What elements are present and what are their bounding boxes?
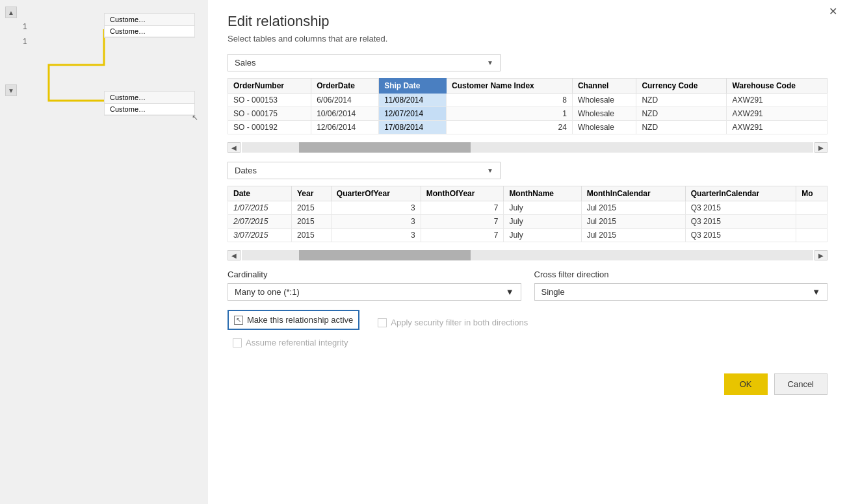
connector-lines: 1 1 ↖ — [0, 0, 208, 504]
cell-monthincalendar: Jul 2015 — [581, 201, 685, 215]
referential-integrity-wrapper: Assume referential integrity — [233, 338, 348, 347]
cell-quarterincalendar: Q3 2015 — [685, 201, 796, 215]
table-row: SO - 000175 10/06/2014 12/07/2014 1 Whol… — [228, 107, 827, 121]
cell-year: 2015 — [292, 201, 332, 215]
table1-data: OrderNumber OrderDate Ship Date Customer… — [228, 78, 827, 134]
cell-warehousecode: AXW291 — [727, 94, 827, 107]
cardinality-dropdown[interactable]: Many to one (*:1) ▼ — [228, 283, 521, 301]
table2-scroll-thumb — [299, 250, 471, 260]
col-customernameindex[interactable]: Customer Name Index — [447, 79, 573, 94]
table2-wrapper: Date Year QuarterOfYear MonthOfYear Mont… — [228, 186, 827, 250]
ok-button[interactable]: OK — [724, 373, 768, 395]
apply-security-filter-checkbox[interactable] — [378, 318, 387, 327]
cell-quarterofyear: 3 — [331, 229, 421, 242]
col-channel[interactable]: Channel — [572, 79, 636, 94]
referential-integrity-label: Assume referential integrity — [246, 338, 348, 347]
table2-scroll-track[interactable] — [242, 250, 813, 260]
make-active-checkbox[interactable]: ↖ — [234, 316, 243, 325]
cross-filter-dropdown[interactable]: Single ▼ — [534, 283, 828, 301]
col-warehousecode[interactable]: Warehouse Code — [727, 79, 827, 94]
cell-monthofyear: 7 — [421, 215, 504, 229]
table2-scroll-right[interactable]: ▶ — [814, 250, 827, 260]
table1-dropdown-value: Sales — [235, 58, 256, 68]
cell-channel: Wholesale — [572, 107, 636, 121]
cell-mo — [796, 229, 827, 242]
apply-security-filter-wrapper: Apply security filter in both directions — [378, 318, 528, 327]
cursor-icon: ↖ — [236, 316, 241, 323]
table-card-2: Custome… Custome… — [104, 91, 195, 116]
table1-scroll-thumb — [299, 142, 471, 153]
diagram-area: ▲ ▼ 1 1 ↖ Custome… Custome… Custome… Cus… — [0, 0, 208, 504]
col-orderdate[interactable]: OrderDate — [311, 79, 379, 94]
col-date[interactable]: Date — [228, 186, 292, 201]
col-year[interactable]: Year — [292, 186, 332, 201]
cell-quarterincalendar: Q3 2015 — [685, 215, 796, 229]
col-quarterincalendar[interactable]: QuarterInCalendar — [685, 186, 796, 201]
col-quarterofyear[interactable]: QuarterOfYear — [331, 186, 421, 201]
col-monthname[interactable]: MonthName — [504, 186, 581, 201]
table2-dropdown-container: Dates ▼ — [228, 162, 827, 179]
table1-wrapper: OrderNumber OrderDate Ship Date Customer… — [228, 78, 827, 142]
close-button[interactable]: ✕ — [829, 6, 837, 17]
cell-year: 2015 — [292, 229, 332, 242]
col-monthincalendar[interactable]: MonthInCalendar — [581, 186, 685, 201]
table1-scroll-track[interactable] — [242, 142, 813, 153]
cell-mo — [796, 201, 827, 215]
cell-monthname: July — [504, 201, 581, 215]
table-card-2-header: Custome… — [105, 92, 194, 104]
table1-scroll-left[interactable]: ◀ — [228, 142, 241, 153]
table1-dropdown[interactable]: Sales ▼ — [228, 54, 501, 71]
table1-scroll-right[interactable]: ▶ — [814, 142, 827, 153]
table1-header-row: OrderNumber OrderDate Ship Date Customer… — [228, 79, 827, 94]
cell-warehousecode: AXW291 — [727, 107, 827, 121]
table1-dropdown-container: Sales ▼ — [228, 54, 827, 71]
make-active-label: Make this relationship active — [247, 315, 353, 325]
cell-date: 3/07/2015 — [228, 229, 292, 242]
table2-data: Date Year QuarterOfYear MonthOfYear Mont… — [228, 186, 827, 242]
right-checkboxes: Apply security filter in both directions — [372, 310, 533, 355]
dialog-title: Edit relationship — [228, 13, 827, 30]
table1-scrollbar[interactable]: ◀ ▶ — [228, 142, 827, 153]
col-currencycode[interactable]: Currency Code — [636, 79, 727, 94]
svg-text:1: 1 — [23, 22, 27, 31]
left-checkboxes: ↖ Make this relationship active Assume r… — [228, 310, 359, 355]
cell-orderdate: 6/06/2014 — [311, 94, 379, 107]
cross-filter-chevron: ▼ — [812, 287, 820, 297]
table2-scroll-left[interactable]: ◀ — [228, 250, 241, 260]
cell-monthname: July — [504, 229, 581, 242]
cardinality-value: Many to one (*:1) — [235, 287, 300, 297]
cardinality-chevron: ▼ — [506, 287, 514, 297]
table-row: 2/07/2015 2015 3 7 July Jul 2015 Q3 2015 — [228, 215, 827, 229]
cell-channel: Wholesale — [572, 94, 636, 107]
col-ordernumber[interactable]: OrderNumber — [228, 79, 311, 94]
cross-filter-group: Cross filter direction Single ▼ — [534, 270, 828, 301]
scroll-up-btn[interactable]: ▲ — [5, 6, 17, 18]
table2-dropdown[interactable]: Dates ▼ — [228, 162, 501, 179]
table2-scrollbar[interactable]: ◀ ▶ — [228, 250, 827, 260]
table-row: SO - 000192 12/06/2014 17/08/2014 24 Who… — [228, 121, 827, 134]
cell-monthincalendar: Jul 2015 — [581, 229, 685, 242]
cancel-button[interactable]: Cancel — [774, 373, 827, 395]
cell-date: 2/07/2015 — [228, 215, 292, 229]
cell-monthincalendar: Jul 2015 — [581, 215, 685, 229]
diagram-panel: ▲ ▼ 1 1 ↖ Custome… Custome… Custome… Cus… — [0, 0, 208, 504]
cell-currencycode: NZD — [636, 121, 727, 134]
make-active-checkbox-wrapper: ↖ Make this relationship active — [234, 315, 353, 325]
cell-ordernumber: SO - 000192 — [228, 121, 311, 134]
cell-currencycode: NZD — [636, 107, 727, 121]
col-monthofyear[interactable]: MonthOfYear — [421, 186, 504, 201]
col-shipdate[interactable]: Ship Date — [379, 79, 447, 94]
cross-filter-value: Single — [541, 287, 565, 297]
referential-integrity-checkbox[interactable] — [233, 338, 242, 347]
cell-date: 1/07/2015 — [228, 201, 292, 215]
cardinality-label: Cardinality — [228, 270, 521, 279]
scroll-down-btn[interactable]: ▼ — [5, 84, 17, 96]
table2-header-row: Date Year QuarterOfYear MonthOfYear Mont… — [228, 186, 827, 201]
dialog-footer: OK Cancel — [228, 373, 827, 395]
make-active-row[interactable]: ↖ Make this relationship active — [228, 310, 359, 330]
table2-dropdown-value: Dates — [235, 166, 257, 175]
cell-quarterofyear: 3 — [331, 201, 421, 215]
cell-monthname: July — [504, 215, 581, 229]
cell-orderdate: 12/06/2014 — [311, 121, 379, 134]
col-mo[interactable]: Mo — [796, 186, 827, 201]
